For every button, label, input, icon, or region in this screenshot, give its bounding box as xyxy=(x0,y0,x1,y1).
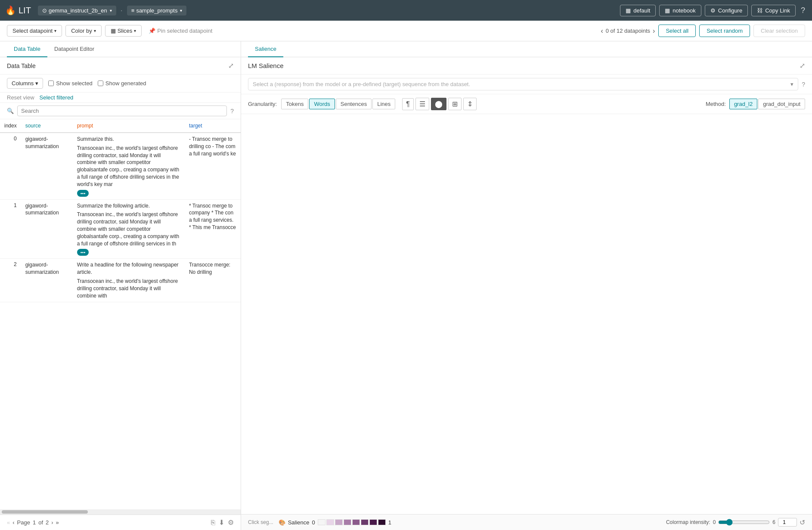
dataset-icon: ≡ xyxy=(131,7,135,14)
pagination: « ‹ Page 1 of 2 › » xyxy=(7,519,59,526)
table-footer-actions: ⎘ ⬇ ⚙ xyxy=(211,518,234,527)
cell-target: - Transoc merge to drilling co - The com… xyxy=(185,133,241,199)
list-icon[interactable]: ☰ xyxy=(415,98,429,110)
download-icon[interactable]: ⬇ xyxy=(219,518,224,527)
expand-cell-btn[interactable]: ••• xyxy=(77,190,89,197)
intensity-slider[interactable] xyxy=(718,519,770,526)
gran-words-btn[interactable]: Words xyxy=(309,99,335,109)
dataset-selector[interactable]: ≡ sample_prompts ▾ xyxy=(127,6,187,15)
gran-sentences-btn[interactable]: Sentences xyxy=(336,99,372,109)
copy-icon[interactable]: ⎘ xyxy=(211,519,215,527)
dt-actions: Reset view Select filtered xyxy=(0,93,241,103)
horizontal-scrollbar[interactable] xyxy=(0,509,241,515)
color-swatch xyxy=(361,519,369,525)
gran-tokens-btn[interactable]: Tokens xyxy=(281,99,308,109)
slices-label: Slices xyxy=(118,28,133,34)
method-group: Method: grad_l2 grad_dot_input xyxy=(706,99,805,109)
table-row[interactable]: 0 gigaword-summarization Summarize this.… xyxy=(0,133,241,199)
table-row[interactable]: 2 gigaword-summarization Write a headlin… xyxy=(0,259,241,302)
pin-datapoint-btn[interactable]: 📌 Pin selected datapoint xyxy=(145,25,216,36)
clear-selection-btn[interactable]: Clear selection xyxy=(753,25,805,37)
dt-title: Data Table xyxy=(7,62,36,69)
col-header-prompt[interactable]: prompt xyxy=(73,119,185,133)
next-datapoint-btn[interactable]: › xyxy=(653,27,655,35)
pilcrow-icon[interactable]: ¶ xyxy=(402,98,414,110)
show-generated-label[interactable]: Show generated xyxy=(98,80,146,87)
intensity-input[interactable] xyxy=(778,518,797,527)
prev-page-btn[interactable]: ‹ xyxy=(12,519,14,526)
help-icon[interactable]: ? xyxy=(799,4,807,17)
search-row: 🔍 ? xyxy=(0,103,241,119)
panel-tabs: Data Table Datapoint Editor xyxy=(0,41,241,57)
settings-icon[interactable]: ⇕ xyxy=(463,98,477,110)
table-row[interactable]: 1 gigaword-summarization Summarize the f… xyxy=(0,199,241,259)
salience-select-row: Select a (response) from the model or a … xyxy=(241,74,812,94)
method-grad-dot-btn[interactable]: grad_dot_input xyxy=(758,99,805,109)
layout-default-btn[interactable]: ▦ default xyxy=(620,5,656,16)
copy-link-btn[interactable]: ⛓ Copy Link xyxy=(751,5,796,16)
select-datapoint-btn[interactable]: Select datapoint ▾ xyxy=(7,25,62,37)
help-icon[interactable]: ? xyxy=(230,108,234,115)
data-table: index source prompt target 0 gigaword-su… xyxy=(0,119,241,302)
select-filtered-btn[interactable]: Select filtered xyxy=(40,94,74,101)
circle-icon[interactable]: ⬤ xyxy=(431,98,446,110)
help-icon[interactable]: ? xyxy=(802,81,805,88)
color-swatch xyxy=(378,519,386,525)
total-pages: 2 xyxy=(46,519,49,526)
tab-data-table[interactable]: Data Table xyxy=(7,41,47,57)
show-selected-checkbox[interactable] xyxy=(48,81,54,86)
h-scrollbar-thumb[interactable] xyxy=(2,510,88,514)
tab-salience[interactable]: Salience xyxy=(248,41,283,57)
tab-datapoint-editor[interactable]: Datapoint Editor xyxy=(47,41,101,57)
expand-salience-icon[interactable]: ⤢ xyxy=(800,62,805,70)
col-header-target[interactable]: target xyxy=(185,119,241,133)
salience-sequence-select[interactable]: Select a (response) from the model or a … xyxy=(248,78,798,90)
color-by-btn[interactable]: Color by ▾ xyxy=(65,25,101,37)
app-title: LIT xyxy=(19,6,31,15)
main-layout: Data Table Datapoint Editor Data Table ⤢… xyxy=(0,41,812,530)
expand-icon[interactable]: ⤢ xyxy=(228,62,234,70)
last-page-btn[interactable]: » xyxy=(56,519,59,526)
next-page-btn[interactable]: › xyxy=(51,519,53,526)
select-all-btn[interactable]: Select all xyxy=(658,25,696,37)
color-swatch xyxy=(318,519,325,525)
chevron-down-icon: ▾ xyxy=(180,8,182,13)
salience-zero: 0 xyxy=(312,519,315,526)
slices-btn[interactable]: ▦ Slices ▾ xyxy=(105,25,142,37)
columns-btn[interactable]: Columns ▾ xyxy=(7,78,43,89)
grid-icon[interactable]: ⊞ xyxy=(448,98,462,110)
chevron-down-icon: ▾ xyxy=(94,28,96,33)
col-header-source[interactable]: source xyxy=(21,119,73,133)
chevron-down-icon: ▾ xyxy=(110,8,112,13)
dataset-name: sample_prompts xyxy=(136,7,177,14)
model-icon: ⊙ xyxy=(42,7,47,14)
search-input[interactable] xyxy=(17,105,227,116)
link-icon: ⛓ xyxy=(757,7,762,14)
granularity-icons: ¶ ☰ ⬤ ⊞ ⇕ xyxy=(402,98,477,110)
select-random-btn[interactable]: Select random xyxy=(699,25,750,37)
cell-prompt: Summarize this. Transocean inc., the wor… xyxy=(73,133,185,199)
settings-icon[interactable]: ⚙ xyxy=(228,518,234,527)
refresh-icon[interactable]: ↺ xyxy=(800,518,805,527)
show-generated-checkbox[interactable] xyxy=(98,81,103,86)
toolbar-right: ‹ 0 of 12 datapoints › Select all Select… xyxy=(601,25,805,37)
colormap-intensity: Colormap intensity: 0 6 ↺ xyxy=(666,518,805,527)
cell-target: * Transoc merge to company * The con a f… xyxy=(185,199,241,259)
intensity-min-label: 0 xyxy=(713,519,716,525)
show-selected-label[interactable]: Show selected xyxy=(48,80,93,87)
layout-notebook-btn[interactable]: ▦ notebook xyxy=(659,5,701,16)
model-selector[interactable]: ⊙ gemma_instruct_2b_en ▾ xyxy=(38,6,116,15)
first-page-btn[interactable]: « xyxy=(7,519,10,526)
page-label: Page xyxy=(17,519,30,526)
method-label: Method: xyxy=(706,101,726,107)
toolbar: Select datapoint ▾ Color by ▾ ▦ Slices ▾… xyxy=(0,21,812,41)
configure-btn[interactable]: ⚙ Configure xyxy=(705,5,748,16)
flame-icon: 🔥 xyxy=(5,5,16,15)
prev-datapoint-btn[interactable]: ‹ xyxy=(601,27,603,35)
expand-cell-btn[interactable]: ••• xyxy=(77,249,89,256)
method-grad-l2-btn[interactable]: grad_l2 xyxy=(729,99,757,109)
reset-view-btn[interactable]: Reset view xyxy=(7,94,34,101)
gran-lines-btn[interactable]: Lines xyxy=(372,99,395,109)
select-datapoint-label: Select datapoint xyxy=(12,28,53,34)
table-wrapper: index source prompt target 0 gigaword-su… xyxy=(0,119,241,509)
